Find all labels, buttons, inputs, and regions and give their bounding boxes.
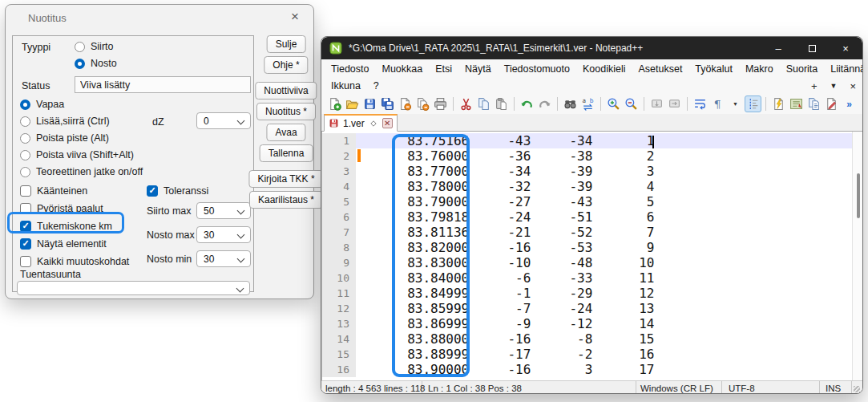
menu-item-asetukset[interactable]: Asetukset <box>632 62 688 76</box>
vertical-scrollbar[interactable] <box>852 132 863 380</box>
menu-item-n-yt[interactable]: Näytä <box>458 62 498 76</box>
nuotitus-button[interactable]: Nuotitus * <box>256 103 316 120</box>
tab-1ver[interactable]: 1.ver ✕ <box>324 114 398 132</box>
editor-line[interactable]: 6 83.79818 -24 -51 6 <box>322 209 853 225</box>
editor-line[interactable]: 9 83.83000 -10 -48 10 <box>322 255 853 270</box>
minimize-button[interactable]: – <box>761 37 795 59</box>
checkbox-box-kaikki-muutoskohdat[interactable] <box>20 256 31 267</box>
toleranssi-checkbox-box[interactable] <box>147 185 158 197</box>
close-button[interactable]: × <box>829 37 862 59</box>
menu-item-item[interactable]: ? <box>367 79 386 93</box>
word-wrap-icon[interactable] <box>692 95 709 112</box>
radio-teoreettinen-jatke-on-off[interactable]: Teoreettinen jatke on/off <box>20 165 143 178</box>
editor-line[interactable]: 13 83.86999 -9 -12 14 <box>322 316 853 331</box>
editor-line[interactable]: 15 83.88999 -17 -2 16 <box>322 347 853 362</box>
resize-grip[interactable] <box>852 381 862 394</box>
function-list-icon[interactable] <box>805 95 822 112</box>
radio-nosto[interactable]: Nosto <box>75 57 117 70</box>
checkbox-py-rist-paalut[interactable]: Pyöristä paalut <box>20 202 129 215</box>
editor-area[interactable]: 1 83.75166 -43 -34 12 83.76000 -36 -38 2… <box>321 132 863 380</box>
status-insert-mode[interactable]: INS <box>820 381 852 394</box>
scrollbar-thumb[interactable] <box>857 173 860 218</box>
undo-icon[interactable] <box>519 95 535 112</box>
status-encoding[interactable]: UTF-8 <box>722 381 820 394</box>
checkbox-box-k-nteinen[interactable] <box>20 185 31 197</box>
editor-line[interactable]: 1 83.75166 -43 -34 1 <box>322 133 853 148</box>
sulje-button[interactable]: Sulje <box>267 35 306 53</box>
kaarilistaus-button[interactable]: Kaarilistaus * <box>249 191 323 209</box>
redo-icon[interactable] <box>536 95 553 112</box>
checkbox-n-yt-elementit[interactable]: Näytä elementit <box>20 238 129 250</box>
editor-line[interactable]: 8 83.82000 -16 -53 9 <box>322 240 853 255</box>
show-all-characters-icon[interactable]: ¶ <box>709 95 726 112</box>
menu-item-muokkaa[interactable]: Muokkaa <box>375 62 429 76</box>
ohje-button[interactable]: Ohje * <box>264 56 308 74</box>
avaa-button[interactable]: Avaa <box>266 124 305 141</box>
nuottiviiva-button[interactable]: Nuottiviiva <box>255 82 317 99</box>
zoom-out-icon[interactable] <box>623 95 640 112</box>
paragraph-dropdown-icon[interactable]: ▼ <box>727 95 744 112</box>
status-eol-format[interactable]: Windows (CR LF) <box>636 381 722 394</box>
menu-item-etsi[interactable]: Etsi <box>429 62 458 76</box>
radio-dot-vapaa[interactable] <box>20 99 30 110</box>
checkbox-box-tukemiskone-km[interactable] <box>20 221 31 232</box>
radio-dot-teoreettinen-jatke-on-off[interactable] <box>20 167 30 177</box>
pin-tab-icon[interactable] <box>369 119 378 128</box>
radio-dot-poista-viiva-shift-alt[interactable] <box>20 150 30 160</box>
copy-icon[interactable] <box>475 95 492 112</box>
checkbox-box-py-rist-paalut[interactable] <box>20 203 31 214</box>
menu-item-makro[interactable]: Makro <box>739 62 780 76</box>
menu-item-tiedostomuoto[interactable]: Tiedostomuoto <box>498 62 576 76</box>
find-icon[interactable] <box>562 95 579 112</box>
radio-vapaa[interactable]: Vapaa <box>20 98 143 111</box>
status-field[interactable] <box>75 76 251 93</box>
menu-item-ty-kalut[interactable]: Työkalut <box>688 62 739 76</box>
checkbox-box-n-yt-elementit[interactable] <box>20 238 31 250</box>
editor-line[interactable]: 4 83.78000 -32 -39 4 <box>322 179 853 194</box>
menu-item-tiedosto[interactable]: Tiedosto <box>325 62 375 76</box>
close-file-icon[interactable] <box>397 95 414 112</box>
checkbox-kaikki-muutoskohdat[interactable]: Kaikki muutoskohdat <box>20 255 129 268</box>
close-all-icon[interactable] <box>414 95 431 112</box>
menu-plus-icon[interactable]: + <box>811 80 818 92</box>
save-all-icon[interactable] <box>379 95 396 112</box>
tallenna-button[interactable]: Tallenna <box>260 144 313 162</box>
sync-scroll-vertical-icon[interactable] <box>648 95 665 112</box>
radio-dot-siirto[interactable] <box>75 42 85 52</box>
save-icon[interactable] <box>361 95 378 112</box>
menu-item-liit-nn-iset[interactable]: Liitännäiset <box>824 62 863 76</box>
menu-close-icon[interactable]: × <box>850 80 856 92</box>
document-list-icon[interactable] <box>788 95 805 112</box>
tuentasuunta-combobox[interactable] <box>17 281 250 295</box>
menu-item-suorita[interactable]: Suorita <box>780 62 825 76</box>
toleranssi-checkbox[interactable]: Toleranssi <box>147 185 208 197</box>
radio-dot-poista-piste-alt[interactable] <box>20 133 30 144</box>
dz-combobox[interactable]: 0 <box>196 112 251 129</box>
editor-line[interactable]: 10 83.84000 -6 -33 11 <box>322 270 853 286</box>
sync-scroll-horizontal-icon[interactable] <box>666 95 683 112</box>
editor-line[interactable]: 11 83.84999 -1 -29 12 <box>322 286 853 301</box>
editor-line[interactable]: 2 83.76000 -36 -38 2 <box>322 148 853 164</box>
tab-close-icon[interactable]: ✕ <box>382 118 393 128</box>
paste-icon[interactable] <box>493 95 510 112</box>
checkbox-k-nteinen[interactable]: Käänteinen <box>20 185 129 197</box>
radio-poista-viiva-shift-alt[interactable]: Poista viiva (Shift+Alt) <box>20 148 143 161</box>
nosto-min-combobox[interactable]: 30 <box>196 250 251 267</box>
radio-dot-nosto[interactable] <box>75 59 85 69</box>
editor-line[interactable]: 12 83.85999 -7 -24 13 <box>322 301 853 316</box>
document-map-icon[interactable] <box>770 95 787 112</box>
title-bar[interactable]: *G:\Oma Drive\1_RATA 2025\1_RATA\1_Esime… <box>321 37 862 59</box>
new-file-icon[interactable] <box>326 95 343 112</box>
radio-lis-siirr-ctrl[interactable]: Lisää,siirrä (Ctrl) <box>20 115 143 128</box>
radio-dot-lis-siirr-ctrl[interactable] <box>20 116 30 127</box>
radio-poista-piste-alt[interactable]: Poista piste (Alt) <box>20 132 143 144</box>
print-icon[interactable] <box>432 95 449 112</box>
menu-dropdown-icon[interactable]: ▼ <box>830 82 837 90</box>
radio-siirto[interactable]: Siirto <box>75 40 117 53</box>
editor-line[interactable]: 3 83.77000 -34 -39 3 <box>322 164 853 179</box>
editor-line[interactable]: 5 83.79000 -27 -43 5 <box>322 194 853 209</box>
indent-guide-icon[interactable] <box>745 95 761 112</box>
editor-line[interactable]: 14 83.88000 -16 -8 15 <box>322 331 853 347</box>
replace-icon[interactable]: ab <box>579 95 596 112</box>
editor-line[interactable]: 16 83.90000 -16 3 17 <box>322 362 853 377</box>
